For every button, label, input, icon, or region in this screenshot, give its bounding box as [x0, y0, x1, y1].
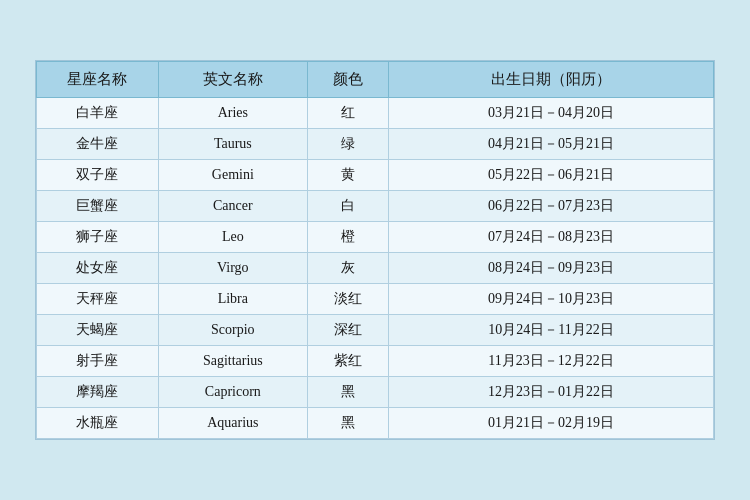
- table-row: 狮子座Leo橙07月24日－08月23日: [37, 222, 714, 253]
- cell-color: 黑: [307, 408, 388, 439]
- header-english: 英文名称: [158, 62, 307, 98]
- cell-english: Virgo: [158, 253, 307, 284]
- cell-english: Scorpio: [158, 315, 307, 346]
- cell-chinese: 狮子座: [37, 222, 159, 253]
- table-row: 巨蟹座Cancer白06月22日－07月23日: [37, 191, 714, 222]
- cell-date: 01月21日－02月19日: [389, 408, 714, 439]
- cell-chinese: 巨蟹座: [37, 191, 159, 222]
- header-chinese: 星座名称: [37, 62, 159, 98]
- cell-date: 03月21日－04月20日: [389, 98, 714, 129]
- cell-color: 绿: [307, 129, 388, 160]
- cell-date: 10月24日－11月22日: [389, 315, 714, 346]
- cell-date: 08月24日－09月23日: [389, 253, 714, 284]
- cell-chinese: 天蝎座: [37, 315, 159, 346]
- table-header-row: 星座名称 英文名称 颜色 出生日期（阳历）: [37, 62, 714, 98]
- cell-color: 灰: [307, 253, 388, 284]
- table-row: 摩羯座Capricorn黑12月23日－01月22日: [37, 377, 714, 408]
- cell-chinese: 摩羯座: [37, 377, 159, 408]
- cell-english: Cancer: [158, 191, 307, 222]
- cell-color: 橙: [307, 222, 388, 253]
- cell-english: Taurus: [158, 129, 307, 160]
- table-row: 处女座Virgo灰08月24日－09月23日: [37, 253, 714, 284]
- cell-english: Capricorn: [158, 377, 307, 408]
- cell-color: 黄: [307, 160, 388, 191]
- cell-english: Sagittarius: [158, 346, 307, 377]
- cell-color: 白: [307, 191, 388, 222]
- cell-color: 黑: [307, 377, 388, 408]
- cell-english: Libra: [158, 284, 307, 315]
- zodiac-table-container: 星座名称 英文名称 颜色 出生日期（阳历） 白羊座Aries红03月21日－04…: [35, 60, 715, 440]
- table-row: 双子座Gemini黄05月22日－06月21日: [37, 160, 714, 191]
- table-row: 天蝎座Scorpio深红10月24日－11月22日: [37, 315, 714, 346]
- cell-date: 09月24日－10月23日: [389, 284, 714, 315]
- zodiac-table: 星座名称 英文名称 颜色 出生日期（阳历） 白羊座Aries红03月21日－04…: [36, 61, 714, 439]
- header-date: 出生日期（阳历）: [389, 62, 714, 98]
- table-row: 金牛座Taurus绿04月21日－05月21日: [37, 129, 714, 160]
- cell-color: 淡红: [307, 284, 388, 315]
- cell-chinese: 天秤座: [37, 284, 159, 315]
- cell-color: 深红: [307, 315, 388, 346]
- table-row: 水瓶座Aquarius黑01月21日－02月19日: [37, 408, 714, 439]
- cell-date: 05月22日－06月21日: [389, 160, 714, 191]
- cell-chinese: 射手座: [37, 346, 159, 377]
- cell-chinese: 水瓶座: [37, 408, 159, 439]
- cell-color: 紫红: [307, 346, 388, 377]
- header-color: 颜色: [307, 62, 388, 98]
- table-row: 天秤座Libra淡红09月24日－10月23日: [37, 284, 714, 315]
- cell-date: 04月21日－05月21日: [389, 129, 714, 160]
- cell-color: 红: [307, 98, 388, 129]
- cell-english: Aquarius: [158, 408, 307, 439]
- cell-date: 12月23日－01月22日: [389, 377, 714, 408]
- cell-english: Aries: [158, 98, 307, 129]
- cell-date: 11月23日－12月22日: [389, 346, 714, 377]
- cell-chinese: 白羊座: [37, 98, 159, 129]
- cell-chinese: 双子座: [37, 160, 159, 191]
- table-row: 白羊座Aries红03月21日－04月20日: [37, 98, 714, 129]
- cell-english: Leo: [158, 222, 307, 253]
- cell-date: 07月24日－08月23日: [389, 222, 714, 253]
- cell-chinese: 金牛座: [37, 129, 159, 160]
- cell-date: 06月22日－07月23日: [389, 191, 714, 222]
- cell-chinese: 处女座: [37, 253, 159, 284]
- table-row: 射手座Sagittarius紫红11月23日－12月22日: [37, 346, 714, 377]
- cell-english: Gemini: [158, 160, 307, 191]
